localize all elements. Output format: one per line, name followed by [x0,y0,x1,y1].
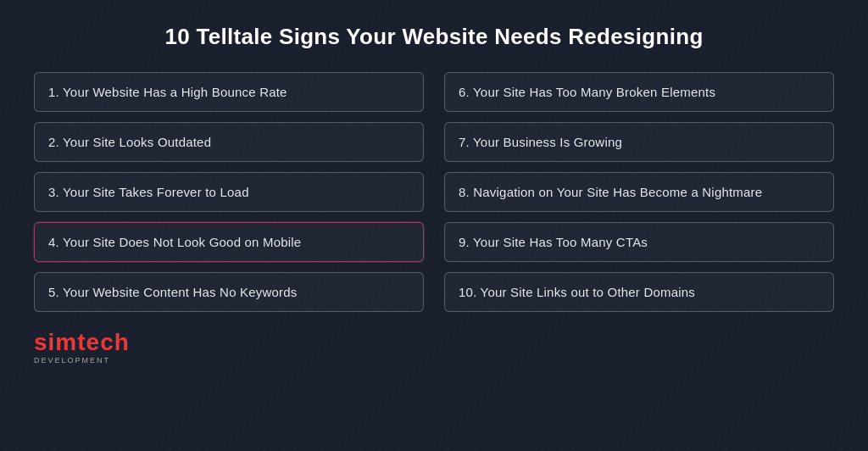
list-item-1: 1. Your Website Has a High Bounce Rate [34,72,424,112]
list-item-10: 10. Your Site Links out to Other Domains [444,272,834,312]
logo-wrapper: simtech DEVELOPMENT [34,331,130,365]
list-item-3: 3. Your Site Takes Forever to Load [34,172,424,212]
list-item-9: 9. Your Site Has Too Many CTAs [444,222,834,262]
list-item-6: 6. Your Site Has Too Many Broken Element… [444,72,834,112]
logo-simtech: simtech [34,331,130,354]
list-item-4: 4. Your Site Does Not Look Good on Mobil… [34,222,424,262]
main-container: 10 Telltale Signs Your Website Needs Red… [0,0,868,381]
list-item-8: 8. Navigation on Your Site Has Become a … [444,172,834,212]
page-title: 10 Telltale Signs Your Website Needs Red… [34,24,834,50]
logo-development: DEVELOPMENT [34,356,130,365]
list-item-5: 5. Your Website Content Has No Keywords [34,272,424,312]
list-item-7: 7. Your Business Is Growing [444,122,834,162]
footer: simtech DEVELOPMENT [34,331,834,365]
items-grid: 1. Your Website Has a High Bounce Rate6.… [34,72,834,312]
list-item-2: 2. Your Site Looks Outdated [34,122,424,162]
